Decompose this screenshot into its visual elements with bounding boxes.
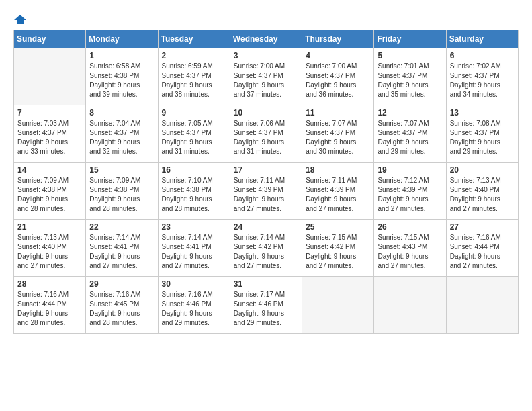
day-number: 14: [17, 165, 82, 175]
cell-info: Sunrise: 7:05 AMSunset: 4:37 PMDaylight:…: [162, 119, 226, 156]
cell-info: Sunrise: 7:14 AMSunset: 4:41 PMDaylight:…: [162, 233, 226, 271]
day-number: 2: [162, 51, 226, 60]
column-header-saturday: Saturday: [446, 30, 518, 48]
day-number: 28: [17, 279, 82, 289]
day-number: 13: [450, 108, 515, 118]
calendar-cell: 30Sunrise: 7:16 AMSunset: 4:46 PMDayligh…: [158, 277, 230, 334]
calendar-cell: 31Sunrise: 7:17 AMSunset: 4:46 PMDayligh…: [230, 277, 302, 334]
day-number: 31: [234, 279, 298, 289]
cell-info: Sunrise: 7:16 AMSunset: 4:45 PMDaylight:…: [89, 290, 154, 328]
calendar-cell: 26Sunrise: 7:15 AMSunset: 4:43 PMDayligh…: [374, 220, 446, 277]
cell-info: Sunrise: 7:02 AMSunset: 4:37 PMDaylight:…: [450, 62, 515, 99]
day-number: 16: [162, 165, 226, 175]
cell-info: Sunrise: 7:13 AMSunset: 4:40 PMDaylight:…: [17, 233, 82, 271]
calendar-cell: 4Sunrise: 7:00 AMSunset: 4:37 PMDaylight…: [302, 48, 374, 105]
day-number: 9: [162, 108, 226, 118]
day-number: 4: [306, 51, 370, 60]
day-number: 22: [89, 222, 154, 232]
calendar-cell: [14, 48, 86, 105]
cell-info: Sunrise: 7:06 AMSunset: 4:37 PMDaylight:…: [234, 119, 298, 156]
calendar-cell: 7Sunrise: 7:03 AMSunset: 4:37 PMDaylight…: [14, 105, 86, 163]
cell-info: Sunrise: 7:07 AMSunset: 4:37 PMDaylight:…: [306, 119, 370, 156]
day-number: 10: [234, 108, 298, 118]
svg-marker-0: [14, 15, 26, 24]
cell-info: Sunrise: 7:00 AMSunset: 4:37 PMDaylight:…: [306, 62, 370, 99]
calendar-cell: 8Sunrise: 7:04 AMSunset: 4:37 PMDaylight…: [86, 105, 158, 163]
cell-info: Sunrise: 7:17 AMSunset: 4:46 PMDaylight:…: [234, 290, 298, 328]
page-header: [13, 13, 519, 23]
week-row-3: 14Sunrise: 7:09 AMSunset: 4:38 PMDayligh…: [14, 163, 519, 220]
day-number: 6: [450, 51, 515, 60]
calendar-cell: 20Sunrise: 7:13 AMSunset: 4:40 PMDayligh…: [446, 163, 518, 220]
day-number: 1: [89, 51, 154, 60]
calendar-table: SundayMondayTuesdayWednesdayThursdayFrid…: [13, 30, 519, 334]
column-header-monday: Monday: [86, 30, 158, 48]
calendar-cell: [302, 277, 374, 334]
cell-info: Sunrise: 7:15 AMSunset: 4:43 PMDaylight:…: [378, 233, 442, 271]
calendar-cell: [446, 277, 518, 334]
cell-info: Sunrise: 7:16 AMSunset: 4:44 PMDaylight:…: [450, 233, 515, 271]
calendar-cell: 5Sunrise: 7:01 AMSunset: 4:37 PMDaylight…: [374, 48, 446, 105]
cell-info: Sunrise: 7:10 AMSunset: 4:38 PMDaylight:…: [162, 176, 226, 214]
day-number: 26: [378, 222, 442, 232]
cell-info: Sunrise: 6:59 AMSunset: 4:37 PMDaylight:…: [162, 62, 226, 99]
calendar-header-row: SundayMondayTuesdayWednesdayThursdayFrid…: [14, 30, 519, 48]
cell-info: Sunrise: 7:14 AMSunset: 4:42 PMDaylight:…: [234, 233, 298, 271]
calendar-cell: 19Sunrise: 7:12 AMSunset: 4:39 PMDayligh…: [374, 163, 446, 220]
logo-bird-icon: [14, 13, 26, 26]
day-number: 12: [378, 108, 442, 118]
calendar-cell: 18Sunrise: 7:11 AMSunset: 4:39 PMDayligh…: [302, 163, 374, 220]
column-header-tuesday: Tuesday: [158, 30, 230, 48]
day-number: 30: [162, 279, 226, 289]
cell-info: Sunrise: 7:11 AMSunset: 4:39 PMDaylight:…: [234, 176, 298, 214]
calendar-cell: 21Sunrise: 7:13 AMSunset: 4:40 PMDayligh…: [14, 220, 86, 277]
calendar-cell: 16Sunrise: 7:10 AMSunset: 4:38 PMDayligh…: [158, 163, 230, 220]
cell-info: Sunrise: 7:11 AMSunset: 4:39 PMDaylight:…: [306, 176, 370, 214]
logo: [13, 13, 26, 23]
calendar-cell: 14Sunrise: 7:09 AMSunset: 4:38 PMDayligh…: [14, 163, 86, 220]
cell-info: Sunrise: 7:03 AMSunset: 4:37 PMDaylight:…: [17, 119, 82, 156]
day-number: 3: [234, 51, 298, 60]
column-header-friday: Friday: [374, 30, 446, 48]
day-number: 15: [89, 165, 154, 175]
column-header-thursday: Thursday: [302, 30, 374, 48]
day-number: 23: [162, 222, 226, 232]
day-number: 21: [17, 222, 82, 232]
calendar-body: 1Sunrise: 6:58 AMSunset: 4:38 PMDaylight…: [14, 48, 519, 334]
cell-info: Sunrise: 7:14 AMSunset: 4:41 PMDaylight:…: [89, 233, 154, 271]
cell-info: Sunrise: 6:58 AMSunset: 4:38 PMDaylight:…: [89, 62, 154, 99]
calendar-cell: 3Sunrise: 7:00 AMSunset: 4:37 PMDaylight…: [230, 48, 302, 105]
day-number: 8: [89, 108, 154, 118]
day-number: 19: [378, 165, 442, 175]
week-row-1: 1Sunrise: 6:58 AMSunset: 4:38 PMDaylight…: [14, 48, 519, 105]
calendar-cell: 11Sunrise: 7:07 AMSunset: 4:37 PMDayligh…: [302, 105, 374, 163]
calendar-cell: 28Sunrise: 7:16 AMSunset: 4:44 PMDayligh…: [14, 277, 86, 334]
cell-info: Sunrise: 7:16 AMSunset: 4:44 PMDaylight:…: [17, 290, 82, 328]
calendar-cell: 15Sunrise: 7:09 AMSunset: 4:38 PMDayligh…: [86, 163, 158, 220]
calendar-cell: 24Sunrise: 7:14 AMSunset: 4:42 PMDayligh…: [230, 220, 302, 277]
day-number: 17: [234, 165, 298, 175]
day-number: 18: [306, 165, 370, 175]
cell-info: Sunrise: 7:12 AMSunset: 4:39 PMDaylight:…: [378, 176, 442, 214]
calendar-cell: 12Sunrise: 7:07 AMSunset: 4:37 PMDayligh…: [374, 105, 446, 163]
day-number: 7: [17, 108, 82, 118]
calendar-cell: 23Sunrise: 7:14 AMSunset: 4:41 PMDayligh…: [158, 220, 230, 277]
week-row-5: 28Sunrise: 7:16 AMSunset: 4:44 PMDayligh…: [14, 277, 519, 334]
calendar-cell: 2Sunrise: 6:59 AMSunset: 4:37 PMDaylight…: [158, 48, 230, 105]
cell-info: Sunrise: 7:00 AMSunset: 4:37 PMDaylight:…: [234, 62, 298, 99]
day-number: 20: [450, 165, 515, 175]
calendar-cell: 9Sunrise: 7:05 AMSunset: 4:37 PMDaylight…: [158, 105, 230, 163]
day-number: 5: [378, 51, 442, 60]
calendar-cell: 27Sunrise: 7:16 AMSunset: 4:44 PMDayligh…: [446, 220, 518, 277]
cell-info: Sunrise: 7:16 AMSunset: 4:46 PMDaylight:…: [162, 290, 226, 328]
day-number: 27: [450, 222, 515, 232]
day-number: 24: [234, 222, 298, 232]
calendar-cell: 25Sunrise: 7:15 AMSunset: 4:42 PMDayligh…: [302, 220, 374, 277]
column-header-wednesday: Wednesday: [230, 30, 302, 48]
cell-info: Sunrise: 7:09 AMSunset: 4:38 PMDaylight:…: [89, 176, 154, 214]
calendar-cell: 29Sunrise: 7:16 AMSunset: 4:45 PMDayligh…: [86, 277, 158, 334]
calendar-cell: 1Sunrise: 6:58 AMSunset: 4:38 PMDaylight…: [86, 48, 158, 105]
week-row-2: 7Sunrise: 7:03 AMSunset: 4:37 PMDaylight…: [14, 105, 519, 163]
calendar-cell: [374, 277, 446, 334]
day-number: 11: [306, 108, 370, 118]
